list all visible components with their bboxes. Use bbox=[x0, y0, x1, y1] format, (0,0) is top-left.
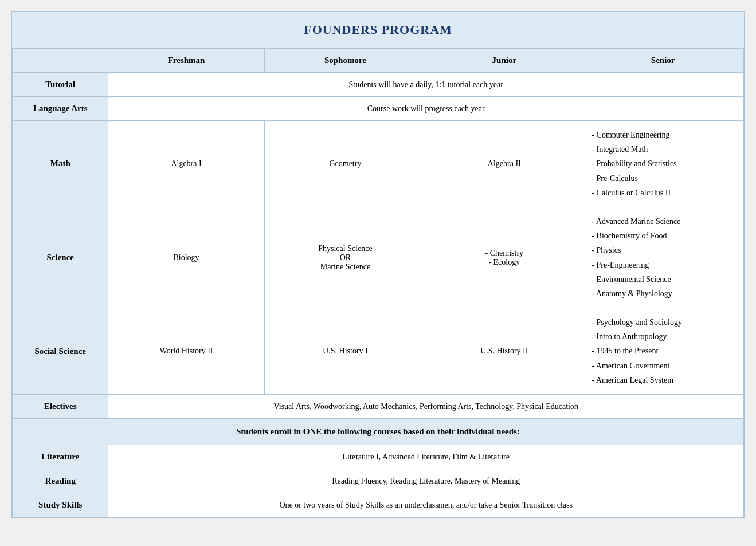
table-row-tutorial: Tutorial Students will have a daily, 1:1… bbox=[13, 73, 744, 97]
header-senior: Senior bbox=[582, 49, 744, 73]
math-junior: Algebra II bbox=[426, 121, 582, 207]
tutorial-content: Students will have a daily, 1:1 tutorial… bbox=[108, 73, 744, 97]
header-sophomore: Sophomore bbox=[264, 49, 426, 73]
row-label-science: Science bbox=[13, 207, 108, 308]
header-col0 bbox=[13, 49, 108, 73]
social-science-sophomore: U.S. History I bbox=[264, 308, 426, 395]
table-row-electives: Electives Visual Arts, Woodworking, Auto… bbox=[13, 395, 744, 419]
math-freshman: Algebra I bbox=[108, 121, 264, 207]
science-senior: - Advanced Marine Science - Biochemistry… bbox=[582, 207, 744, 308]
row-label-math: Math bbox=[13, 121, 108, 207]
table-row-reading: Reading Reading Fluency, Reading Literat… bbox=[13, 469, 744, 493]
table-title: FOUNDERS PROGRAM bbox=[18, 22, 738, 37]
study-skills-content: One or two years of Study Skills as an u… bbox=[108, 493, 744, 517]
social-science-senior: - Psychology and Sociology - Intro to An… bbox=[582, 308, 744, 395]
row-label-tutorial: Tutorial bbox=[13, 73, 108, 97]
language-arts-content: Course work will progress each year bbox=[108, 97, 744, 121]
reading-content: Reading Fluency, Reading Literature, Mas… bbox=[108, 469, 744, 493]
enroll-notice: Students enroll in ONE the following cou… bbox=[13, 419, 744, 445]
table-row-enroll-notice: Students enroll in ONE the following cou… bbox=[13, 419, 744, 445]
table-row-social-science: Social Science World History II U.S. His… bbox=[13, 308, 744, 395]
table-row-literature: Literature Literature I, Advanced Litera… bbox=[13, 445, 744, 469]
science-freshman: Biology bbox=[108, 207, 264, 308]
science-junior: - Chemistry- Ecology bbox=[426, 207, 582, 308]
table-title-row: FOUNDERS PROGRAM bbox=[12, 12, 744, 48]
row-label-social-science: Social Science bbox=[13, 308, 108, 395]
math-sophomore: Geometry bbox=[264, 121, 426, 207]
science-sophomore: Physical ScienceORMarine Science bbox=[264, 207, 426, 308]
math-senior: - Computer Engineering - Integrated Math… bbox=[582, 121, 744, 207]
founders-program-table: FOUNDERS PROGRAM Freshman Sophomore Juni… bbox=[11, 11, 745, 518]
header-junior: Junior bbox=[426, 49, 582, 73]
electives-content: Visual Arts, Woodworking, Auto Mechanics… bbox=[108, 395, 744, 419]
row-label-reading: Reading bbox=[13, 469, 108, 493]
table-row-language-arts: Language Arts Course work will progress … bbox=[13, 97, 744, 121]
row-label-electives: Electives bbox=[13, 395, 108, 419]
row-label-study-skills: Study Skills bbox=[13, 493, 108, 517]
row-label-language-arts: Language Arts bbox=[13, 97, 108, 121]
social-science-junior: U.S. History II bbox=[426, 308, 582, 395]
row-label-literature: Literature bbox=[13, 445, 108, 469]
table-row-study-skills: Study Skills One or two years of Study S… bbox=[13, 493, 744, 517]
literature-content: Literature I, Advanced Literature, Film … bbox=[108, 445, 744, 469]
header-freshman: Freshman bbox=[108, 49, 264, 73]
social-science-freshman: World History II bbox=[108, 308, 264, 395]
table-row-science: Science Biology Physical ScienceORMarine… bbox=[13, 207, 744, 308]
table-row-math: Math Algebra I Geometry Algebra II - Com… bbox=[13, 121, 744, 207]
